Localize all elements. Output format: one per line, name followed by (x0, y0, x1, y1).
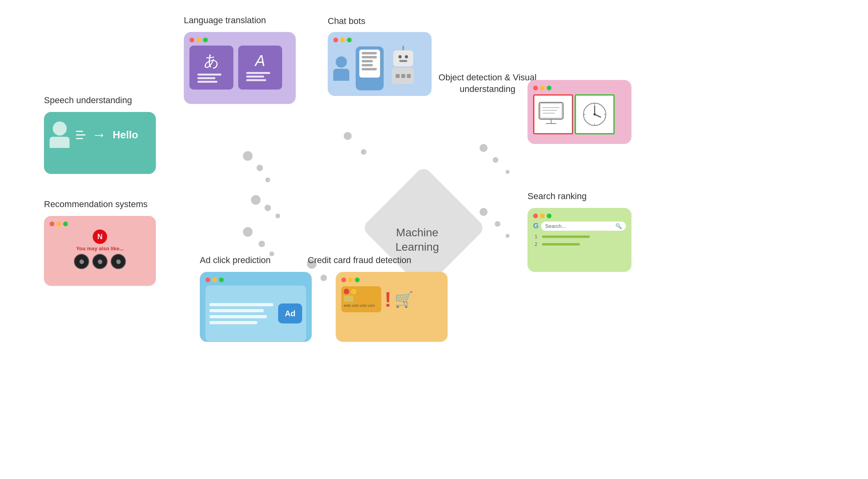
speech-title: Speech understanding (44, 95, 132, 106)
detect-box-clock (575, 94, 615, 134)
svg-point-8 (251, 195, 261, 205)
netflix-icon: N (93, 230, 107, 244)
search-ranking-title: Search ranking (528, 191, 587, 202)
svg-point-2 (265, 178, 270, 182)
phone-home-button (368, 83, 372, 87)
clock-svg (581, 100, 609, 128)
search-ranking-card: G Search... 🔍 1 2 (528, 208, 631, 272)
svg-point-11 (243, 227, 253, 237)
card-chip (344, 295, 353, 302)
svg-point-4 (361, 149, 366, 155)
card-number: 4098 1234 1234 1223 (344, 304, 379, 307)
search-input-display: Search... 🔍 (541, 222, 626, 231)
dot-yellow (196, 38, 201, 42)
search-results: 1 2 (533, 234, 626, 247)
card-dots (344, 289, 379, 294)
search-g-letter: G (533, 222, 539, 230)
person-body (333, 69, 349, 81)
search-result-1: 1 (535, 234, 626, 240)
speech-body (50, 137, 70, 148)
search-bar: G Search... 🔍 (533, 222, 626, 231)
credit-card: 4098 1234 1234 1223 (341, 286, 381, 312)
shopping-cart-icon: 🛒 (394, 291, 413, 308)
svg-point-7 (506, 170, 510, 174)
fraud-content: 4098 1234 1234 1223 ! 🛒 (341, 286, 442, 312)
disc-1: ⊙ (74, 254, 89, 269)
english-char: A (255, 52, 265, 70)
dot-green (203, 38, 208, 42)
svg-point-14 (480, 208, 488, 216)
speech-content: → Hello (50, 122, 150, 148)
svg-point-1 (257, 165, 263, 171)
hello-text: Hello (113, 129, 138, 141)
robot-icon (390, 50, 416, 86)
chat-dot-yellow (340, 38, 345, 42)
disc-2: ⊙ (92, 254, 108, 269)
disc-3: ⊙ (111, 254, 126, 269)
speech-understanding-card: → Hello (44, 112, 156, 174)
svg-point-12 (259, 241, 265, 247)
search-placeholder: Search... (545, 223, 566, 229)
object-detection-card (528, 80, 631, 144)
svg-point-3 (344, 132, 352, 140)
fraud-browser-dots (341, 277, 442, 282)
phone-icon (356, 46, 384, 90)
dot-red (189, 38, 194, 42)
svg-point-15 (495, 221, 500, 227)
chat-dot-green (347, 38, 352, 42)
svg-point-10 (275, 214, 280, 218)
recommendation-title: Recommendation systems (44, 199, 147, 210)
fraud-detection-card: 4098 1234 1234 1223 ! 🛒 (336, 272, 448, 342)
search-result-2: 2 (535, 241, 626, 247)
svg-point-5 (480, 144, 488, 152)
chat-browser-dots (333, 38, 426, 42)
robot-antenna (402, 46, 404, 50)
rec-content: N You may also like... ⊙ ⊙ ⊙ (50, 230, 150, 269)
robot-eyes (398, 55, 408, 58)
japanese-char: あ (204, 51, 219, 71)
person-icon (333, 56, 349, 81)
language-translation-card: あ A (184, 32, 296, 104)
detect-box-monitor (533, 94, 573, 134)
rec-discs: ⊙ ⊙ ⊙ (74, 254, 126, 269)
speech-arrow: → (92, 126, 106, 143)
lang-boxes: あ A (189, 46, 290, 90)
ad-browser-content: Ad (205, 285, 306, 341)
speech-head (53, 122, 67, 136)
svg-point-6 (493, 157, 498, 163)
lang-box-english: A (238, 46, 282, 90)
browser-dots (189, 38, 290, 42)
ad-click-card: Ad (200, 272, 312, 342)
lang-box-japanese: あ (189, 46, 233, 90)
rec-browser-dots (50, 222, 150, 226)
robot-head (393, 50, 413, 66)
fraud-detection-title: Credit card fraud detection (308, 255, 468, 265)
svg-point-0 (243, 151, 253, 161)
lang-translation-title: Language translation (184, 15, 266, 26)
speech-person (50, 122, 70, 148)
chat-dot-red (333, 38, 338, 42)
svg-point-16 (506, 234, 510, 238)
robot-body (392, 68, 414, 84)
search-browser-dots (533, 214, 626, 218)
object-detection-title: Object detection & Visual understanding (436, 72, 540, 95)
svg-point-18 (321, 275, 327, 281)
chat-content (333, 46, 426, 90)
robot-mouth (399, 60, 407, 62)
center-diamond (361, 166, 486, 290)
monitor-svg (537, 100, 569, 128)
search-icon: 🔍 (615, 223, 622, 229)
ad-button[interactable]: Ad (278, 303, 302, 323)
person-head (336, 56, 347, 68)
chat-bots-title: Chat bots (328, 16, 365, 26)
svg-point-9 (265, 205, 271, 211)
speech-waves (76, 131, 86, 139)
object-content (533, 94, 626, 134)
phone-screen (359, 50, 380, 78)
fraud-exclamation: ! (384, 289, 391, 310)
ad-browser-dots (205, 277, 306, 282)
ad-content-lines (209, 303, 273, 324)
object-browser-dots (533, 86, 626, 90)
recommendation-card: N You may also like... ⊙ ⊙ ⊙ (44, 216, 156, 286)
ad-click-title: Ad click prediction (200, 255, 271, 265)
